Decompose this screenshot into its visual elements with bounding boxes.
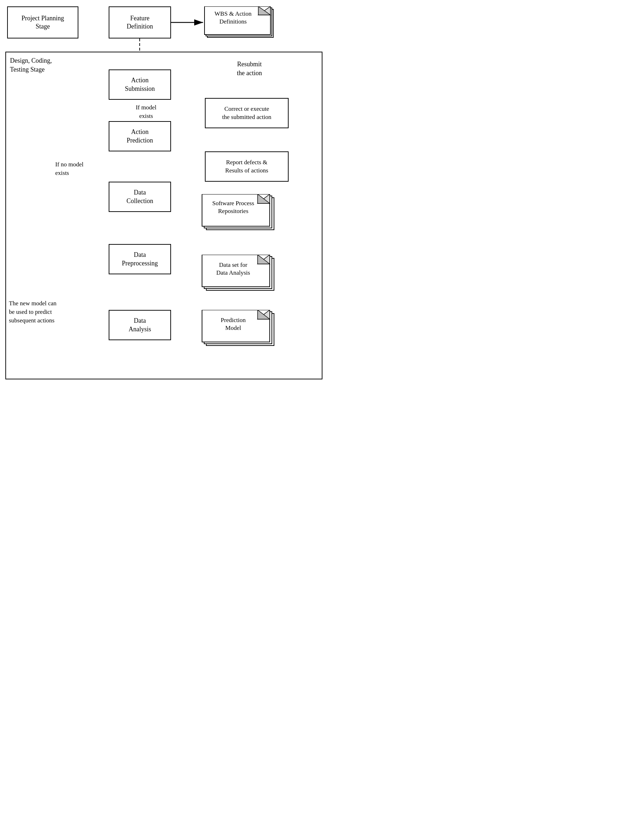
wbs-action-doc: WBS & ActionDefinitions (203, 6, 276, 40)
feature-definition-label: Feature Definition (127, 14, 153, 31)
software-process-doc: Software ProcessRepositories (201, 194, 280, 233)
action-prediction-label: Action Prediction (127, 128, 153, 145)
project-planning-box: Project Planning Stage (7, 6, 78, 38)
if-model-exists-label: If model exists (125, 103, 168, 120)
data-analysis-box: Data Analysis (109, 310, 171, 340)
feature-definition-box: Feature Definition (109, 6, 171, 38)
prediction-model-label: PredictionModel (202, 316, 264, 332)
data-collection-label: Data Collection (127, 188, 153, 205)
new-model-label: The new model can be used to predict sub… (9, 299, 93, 325)
action-prediction-box: Action Prediction (109, 121, 171, 152)
correct-execute-box: Correct or execute the submitted action (205, 98, 289, 128)
action-submission-label: Action Submission (125, 76, 155, 93)
diagram-container: Project Planning Stage Feature Definitio… (0, 0, 328, 385)
design-coding-label: Design, Coding,Testing Stage (10, 56, 52, 74)
data-collection-box: Data Collection (109, 182, 171, 212)
report-defects-box: Report defects & Results of actions (205, 152, 289, 182)
resubmit-label: Resubmit the action (221, 60, 278, 78)
report-defects-label: Report defects & Results of actions (225, 158, 268, 174)
project-planning-label: Project Planning Stage (21, 14, 64, 31)
correct-execute-label: Correct or execute the submitted action (222, 105, 272, 121)
if-no-model-label: If no model exists (55, 160, 107, 177)
dataset-label: Data set forData Analysis (202, 261, 264, 277)
data-analysis-label: Data Analysis (129, 317, 151, 333)
prediction-model-doc: PredictionModel (201, 310, 280, 349)
dataset-doc: Data set forData Analysis (201, 255, 280, 294)
software-process-label: Software ProcessRepositories (202, 199, 264, 215)
data-preprocessing-label: Data Preprocessing (122, 251, 158, 268)
wbs-action-label: WBS & ActionDefinitions (204, 10, 261, 26)
data-preprocessing-box: Data Preprocessing (109, 244, 171, 274)
action-submission-box: Action Submission (109, 69, 171, 100)
